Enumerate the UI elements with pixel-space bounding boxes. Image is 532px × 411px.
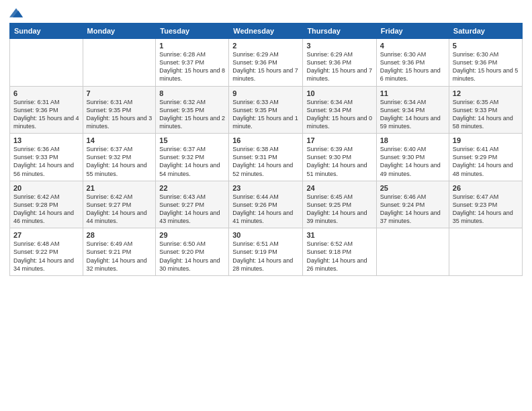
calendar-cell [449, 228, 522, 276]
calendar-body: 1Sunrise: 6:28 AM Sunset: 9:37 PM Daylig… [10, 39, 523, 276]
day-info: Sunrise: 6:46 AM Sunset: 9:24 PM Dayligh… [380, 193, 445, 226]
calendar-cell: 29Sunrise: 6:50 AM Sunset: 9:20 PM Dayli… [156, 228, 229, 276]
calendar-cell: 27Sunrise: 6:48 AM Sunset: 9:22 PM Dayli… [10, 228, 83, 276]
calendar-cell: 18Sunrise: 6:40 AM Sunset: 9:30 PM Dayli… [376, 134, 449, 181]
calendar-week-row: 6Sunrise: 6:31 AM Sunset: 9:36 PM Daylig… [10, 86, 523, 134]
calendar-cell: 1Sunrise: 6:28 AM Sunset: 9:37 PM Daylig… [156, 39, 229, 87]
calendar-header-row: SundayMondayTuesdayWednesdayThursdayFrid… [10, 24, 523, 39]
day-number: 7 [87, 89, 152, 97]
calendar-cell: 3Sunrise: 6:29 AM Sunset: 9:36 PM Daylig… [303, 39, 376, 87]
day-number: 1 [159, 42, 225, 50]
calendar-cell: 21Sunrise: 6:42 AM Sunset: 9:27 PM Dayli… [83, 181, 156, 228]
day-number: 19 [453, 136, 519, 144]
day-number: 3 [306, 42, 372, 50]
day-info: Sunrise: 6:34 AM Sunset: 9:34 PM Dayligh… [306, 98, 372, 131]
day-number: 25 [380, 184, 445, 192]
calendar-cell: 11Sunrise: 6:34 AM Sunset: 9:34 PM Dayli… [376, 86, 449, 134]
day-info: Sunrise: 6:30 AM Sunset: 9:36 PM Dayligh… [453, 50, 519, 83]
day-info: Sunrise: 6:33 AM Sunset: 9:35 PM Dayligh… [232, 98, 299, 131]
calendar-cell: 14Sunrise: 6:37 AM Sunset: 9:32 PM Dayli… [83, 134, 156, 181]
calendar-cell [376, 228, 449, 276]
day-number: 10 [306, 89, 372, 97]
day-number: 22 [159, 184, 225, 192]
calendar-cell: 9Sunrise: 6:33 AM Sunset: 9:35 PM Daylig… [229, 86, 303, 134]
calendar-cell: 23Sunrise: 6:44 AM Sunset: 9:26 PM Dayli… [229, 181, 303, 228]
day-info: Sunrise: 6:29 AM Sunset: 9:36 PM Dayligh… [306, 50, 372, 83]
day-info: Sunrise: 6:41 AM Sunset: 9:29 PM Dayligh… [453, 145, 519, 178]
calendar-cell: 2Sunrise: 6:29 AM Sunset: 9:36 PM Daylig… [229, 39, 303, 87]
day-info: Sunrise: 6:52 AM Sunset: 9:18 PM Dayligh… [306, 240, 372, 273]
calendar-cell: 6Sunrise: 6:31 AM Sunset: 9:36 PM Daylig… [10, 86, 83, 134]
calendar-cell: 4Sunrise: 6:30 AM Sunset: 9:36 PM Daylig… [376, 39, 449, 87]
day-number: 18 [380, 136, 445, 144]
day-info: Sunrise: 6:40 AM Sunset: 9:30 PM Dayligh… [380, 145, 445, 178]
weekday-header: Wednesday [229, 24, 303, 39]
day-info: Sunrise: 6:51 AM Sunset: 9:19 PM Dayligh… [232, 240, 299, 273]
day-number: 5 [453, 42, 519, 50]
calendar-cell [83, 39, 156, 87]
day-info: Sunrise: 6:37 AM Sunset: 9:32 PM Dayligh… [159, 145, 225, 178]
day-info: Sunrise: 6:42 AM Sunset: 9:27 PM Dayligh… [87, 193, 152, 226]
calendar-cell: 12Sunrise: 6:35 AM Sunset: 9:33 PM Dayli… [449, 86, 522, 134]
logo-icon [9, 7, 23, 19]
calendar-cell: 19Sunrise: 6:41 AM Sunset: 9:29 PM Dayli… [449, 134, 522, 181]
day-info: Sunrise: 6:47 AM Sunset: 9:23 PM Dayligh… [453, 193, 519, 226]
day-number: 12 [453, 89, 519, 97]
day-number: 16 [232, 136, 299, 144]
day-number: 24 [306, 184, 372, 192]
logo [9, 7, 26, 19]
calendar-table: SundayMondayTuesdayWednesdayThursdayFrid… [9, 23, 523, 276]
day-info: Sunrise: 6:49 AM Sunset: 9:21 PM Dayligh… [87, 240, 152, 273]
day-number: 27 [13, 231, 79, 239]
weekday-header: Monday [83, 24, 156, 39]
calendar-cell: 13Sunrise: 6:36 AM Sunset: 9:33 PM Dayli… [10, 134, 83, 181]
day-info: Sunrise: 6:35 AM Sunset: 9:33 PM Dayligh… [453, 98, 519, 131]
day-number: 2 [232, 42, 299, 50]
day-info: Sunrise: 6:29 AM Sunset: 9:36 PM Dayligh… [232, 50, 299, 83]
day-number: 20 [13, 184, 79, 192]
day-info: Sunrise: 6:28 AM Sunset: 9:37 PM Dayligh… [159, 50, 225, 83]
calendar-week-row: 13Sunrise: 6:36 AM Sunset: 9:33 PM Dayli… [10, 134, 523, 181]
calendar-cell: 31Sunrise: 6:52 AM Sunset: 9:18 PM Dayli… [303, 228, 376, 276]
calendar-cell [10, 39, 83, 87]
calendar-cell: 22Sunrise: 6:43 AM Sunset: 9:27 PM Dayli… [156, 181, 229, 228]
calendar-week-row: 27Sunrise: 6:48 AM Sunset: 9:22 PM Dayli… [10, 228, 523, 276]
day-number: 8 [159, 89, 225, 97]
day-number: 4 [380, 42, 445, 50]
calendar-cell: 16Sunrise: 6:38 AM Sunset: 9:31 PM Dayli… [229, 134, 303, 181]
calendar-cell: 5Sunrise: 6:30 AM Sunset: 9:36 PM Daylig… [449, 39, 522, 87]
calendar-cell: 8Sunrise: 6:32 AM Sunset: 9:35 PM Daylig… [156, 86, 229, 134]
page: SundayMondayTuesdayWednesdayThursdayFrid… [0, 0, 532, 411]
day-number: 17 [306, 136, 372, 144]
calendar-cell: 10Sunrise: 6:34 AM Sunset: 9:34 PM Dayli… [303, 86, 376, 134]
day-info: Sunrise: 6:44 AM Sunset: 9:26 PM Dayligh… [232, 193, 299, 226]
day-info: Sunrise: 6:31 AM Sunset: 9:35 PM Dayligh… [87, 98, 152, 131]
calendar-cell: 26Sunrise: 6:47 AM Sunset: 9:23 PM Dayli… [449, 181, 522, 228]
day-info: Sunrise: 6:34 AM Sunset: 9:34 PM Dayligh… [380, 98, 445, 131]
day-number: 9 [232, 89, 299, 97]
weekday-header: Sunday [10, 24, 83, 39]
day-number: 11 [380, 89, 445, 97]
calendar-cell: 17Sunrise: 6:39 AM Sunset: 9:30 PM Dayli… [303, 134, 376, 181]
day-info: Sunrise: 6:32 AM Sunset: 9:35 PM Dayligh… [159, 98, 225, 131]
day-info: Sunrise: 6:45 AM Sunset: 9:25 PM Dayligh… [306, 193, 372, 226]
calendar-cell: 15Sunrise: 6:37 AM Sunset: 9:32 PM Dayli… [156, 134, 229, 181]
day-info: Sunrise: 6:48 AM Sunset: 9:22 PM Dayligh… [13, 240, 79, 273]
day-number: 14 [87, 136, 152, 144]
calendar-cell: 25Sunrise: 6:46 AM Sunset: 9:24 PM Dayli… [376, 181, 449, 228]
calendar-cell: 7Sunrise: 6:31 AM Sunset: 9:35 PM Daylig… [83, 86, 156, 134]
day-info: Sunrise: 6:30 AM Sunset: 9:36 PM Dayligh… [380, 50, 445, 83]
day-info: Sunrise: 6:38 AM Sunset: 9:31 PM Dayligh… [232, 145, 299, 178]
day-info: Sunrise: 6:42 AM Sunset: 9:28 PM Dayligh… [13, 193, 79, 226]
day-info: Sunrise: 6:39 AM Sunset: 9:30 PM Dayligh… [306, 145, 372, 178]
day-number: 29 [159, 231, 225, 239]
day-number: 26 [453, 184, 519, 192]
day-number: 28 [87, 231, 152, 239]
day-number: 6 [13, 89, 79, 97]
weekday-header: Thursday [303, 24, 376, 39]
day-number: 15 [159, 136, 225, 144]
weekday-header: Friday [376, 24, 449, 39]
day-number: 31 [306, 231, 372, 239]
weekday-header: Tuesday [156, 24, 229, 39]
calendar-week-row: 20Sunrise: 6:42 AM Sunset: 9:28 PM Dayli… [10, 181, 523, 228]
